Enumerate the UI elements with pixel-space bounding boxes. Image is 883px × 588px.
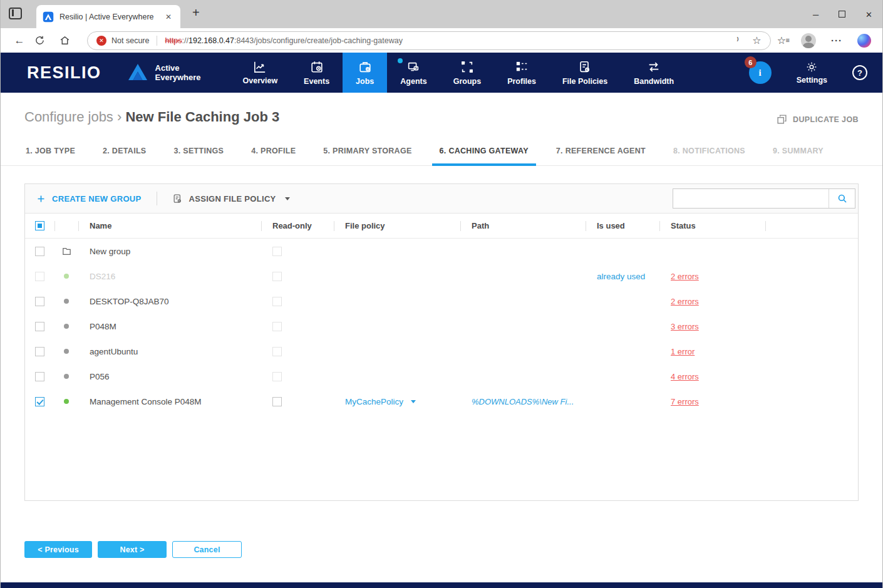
- agent-name[interactable]: agentUbuntu: [78, 339, 261, 364]
- new-tab-button[interactable]: [192, 6, 200, 20]
- nav-item-file-policies[interactable]: File Policies: [549, 53, 621, 93]
- row-checkbox[interactable]: [35, 297, 44, 306]
- nav-item-bandwidth[interactable]: Bandwidth: [621, 53, 687, 93]
- wizard-footer: < Previous Next > Cancel: [24, 541, 859, 558]
- duplicate-icon: [777, 114, 787, 125]
- agent-status-dot: [64, 324, 69, 329]
- search-input[interactable]: [673, 189, 829, 208]
- home-button[interactable]: [59, 35, 80, 46]
- close-window-button[interactable]: [865, 9, 872, 20]
- notifications-info-button[interactable]: 6: [749, 61, 772, 84]
- step-profile[interactable]: 4. PROFILE: [244, 144, 303, 166]
- readonly-checkbox: [272, 247, 282, 256]
- agent-name[interactable]: P048M: [78, 314, 261, 339]
- help-button[interactable]: [852, 65, 867, 80]
- events-calendar-icon: [310, 60, 324, 74]
- nav-item-profiles[interactable]: Profiles: [494, 53, 549, 93]
- assign-file-policy-button[interactable]: ASSIGN FILE POLICY: [172, 193, 290, 204]
- url-text[interactable]: https://192.168.0.47:8443/jobs/configure…: [165, 36, 728, 45]
- column-is-used[interactable]: Is used: [586, 214, 659, 238]
- column-file-policy[interactable]: File policy: [334, 214, 460, 238]
- settings-gear-icon: [805, 61, 818, 73]
- browser-tab[interactable]: Resilio | Active Everywhere: [36, 5, 180, 28]
- row-checkbox[interactable]: [35, 322, 44, 331]
- chevron-down-icon: [285, 197, 290, 200]
- copilot-icon[interactable]: [857, 34, 871, 48]
- path-link[interactable]: %DOWNLOADS%\New Fi...: [472, 397, 574, 406]
- search-button[interactable]: [829, 189, 855, 208]
- table-row-p056: P056 4 errors: [25, 364, 858, 389]
- column-name[interactable]: Name: [78, 214, 261, 238]
- bandwidth-arrows-icon: [647, 60, 661, 74]
- product-name: Active Everywhere: [155, 63, 201, 82]
- profile-avatar[interactable]: [801, 33, 816, 48]
- refresh-button[interactable]: [34, 35, 54, 46]
- active-everywhere-logo-icon: [127, 63, 149, 82]
- address-divider: [157, 36, 157, 46]
- profiles-icon: [515, 60, 529, 74]
- nav-item-settings[interactable]: Settings: [797, 61, 827, 85]
- errors-link[interactable]: 3 errors: [671, 322, 699, 331]
- step-settings[interactable]: 3. SETTINGS: [166, 144, 231, 166]
- browser-menu-icon[interactable]: [831, 35, 842, 46]
- column-status[interactable]: Status: [659, 214, 765, 238]
- file-policy-dropdown[interactable]: MyCachePolicy: [345, 397, 416, 406]
- step-primary-storage[interactable]: 5. PRIMARY STORAGE: [316, 144, 419, 166]
- step-caching-gateway[interactable]: 6. CACHING GATEWAY: [432, 144, 536, 166]
- previous-button[interactable]: < Previous: [24, 541, 92, 558]
- nav-item-overview[interactable]: Overview: [230, 53, 291, 93]
- select-all-checkbox[interactable]: [35, 221, 44, 230]
- table-row-management-console: Management Console P048M MyCachePolicy %…: [25, 389, 858, 414]
- agent-status-dot: [64, 349, 69, 354]
- agent-name[interactable]: P056: [78, 364, 261, 389]
- create-new-group-button[interactable]: CREATE NEW GROUP: [36, 194, 142, 204]
- row-checkbox[interactable]: [35, 372, 44, 381]
- nav-item-agents[interactable]: Agents: [387, 53, 440, 93]
- cancel-button[interactable]: Cancel: [172, 541, 242, 558]
- table-row-p048m: P048M 3 errors: [25, 314, 858, 339]
- readonly-checkbox[interactable]: [272, 397, 282, 406]
- nav-item-events[interactable]: Events: [291, 53, 343, 93]
- url-path: :8443/jobs/configure/create/job-caching-…: [234, 36, 403, 45]
- agent-name[interactable]: DESKTOP-Q8JAB70: [78, 289, 261, 314]
- nav-item-groups[interactable]: Groups: [440, 53, 494, 93]
- readonly-checkbox: [272, 372, 282, 381]
- row-checkbox[interactable]: [35, 347, 44, 356]
- duplicate-job-button[interactable]: DUPLICATE JOB: [777, 114, 859, 125]
- next-button[interactable]: Next >: [98, 541, 167, 558]
- readonly-checkbox: [272, 297, 282, 306]
- table-row-ds216: DS216 already used 2 errors: [25, 264, 858, 289]
- breadcrumb-separator: ›: [117, 109, 121, 125]
- errors-link[interactable]: 2 errors: [671, 272, 699, 281]
- maximize-button[interactable]: [839, 11, 845, 18]
- errors-link[interactable]: 2 errors: [671, 297, 699, 306]
- step-job-type[interactable]: 1. JOB TYPE: [18, 144, 83, 166]
- step-reference-agent[interactable]: 7. REFERENCE AGENT: [549, 144, 653, 166]
- security-label[interactable]: Not secure: [111, 36, 149, 45]
- tab-title: Resilio | Active Everywhere: [59, 13, 163, 21]
- back-button[interactable]: [9, 34, 29, 47]
- agent-name[interactable]: Management Console P048M: [78, 389, 261, 414]
- errors-link[interactable]: 7 errors: [671, 397, 699, 406]
- read-aloud-icon[interactable]: [736, 36, 739, 45]
- tab-workspaces-icon[interactable]: [9, 8, 22, 19]
- collections-icon[interactable]: [777, 34, 786, 46]
- nav-item-jobs[interactable]: Jobs: [343, 53, 387, 93]
- errors-link[interactable]: 4 errors: [671, 372, 699, 381]
- errors-link[interactable]: 1 error: [671, 347, 695, 356]
- readonly-checkbox: [272, 272, 282, 281]
- minimize-button[interactable]: [813, 9, 818, 20]
- column-read-only[interactable]: Read-only: [261, 214, 334, 238]
- breadcrumb: Configure jobs › New File Caching Job 3: [24, 109, 279, 125]
- group-name[interactable]: New group: [78, 239, 261, 264]
- step-details[interactable]: 2. DETAILS: [95, 144, 153, 166]
- address-bar[interactable]: Not secure https://192.168.0.47:8443/job…: [87, 31, 771, 50]
- row-checkbox[interactable]: [35, 247, 44, 256]
- agent-status-dot: [64, 274, 69, 279]
- breadcrumb-parent[interactable]: Configure jobs: [24, 109, 113, 125]
- column-path[interactable]: Path: [460, 214, 586, 238]
- row-checkbox[interactable]: [35, 397, 44, 406]
- favorite-star-icon[interactable]: [752, 34, 761, 46]
- agents-devices-icon: [406, 60, 420, 74]
- tab-close-icon[interactable]: [163, 11, 174, 23]
